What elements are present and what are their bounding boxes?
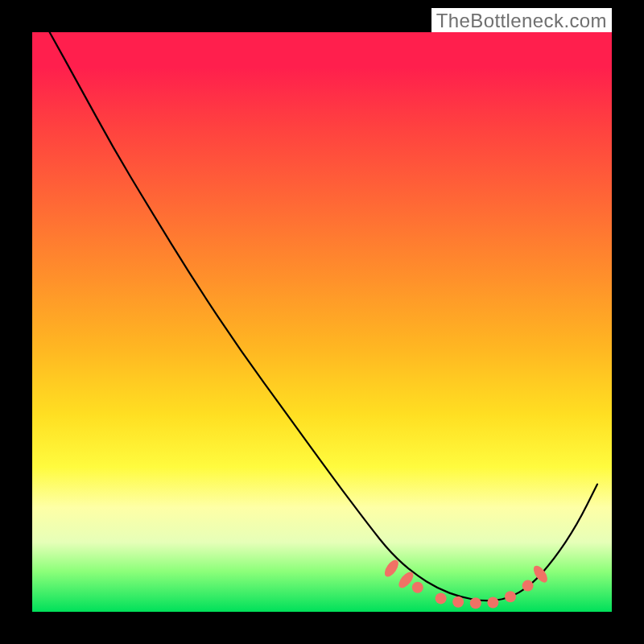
curve-marker <box>522 580 534 592</box>
attribution-label: TheBottleneck.com <box>431 8 612 34</box>
bottleneck-curve <box>32 32 612 612</box>
curve-marker <box>470 597 481 609</box>
curve-marker <box>436 592 447 604</box>
marker-group <box>382 558 551 609</box>
chart-frame: TheBottleneck.com <box>0 0 644 644</box>
curve-path <box>50 32 597 601</box>
curve-marker-oval <box>382 558 402 580</box>
curve-marker <box>452 597 464 608</box>
curve-marker <box>487 597 498 609</box>
plot-area <box>32 32 612 612</box>
curve-marker <box>412 582 423 593</box>
curve-marker <box>505 591 516 602</box>
